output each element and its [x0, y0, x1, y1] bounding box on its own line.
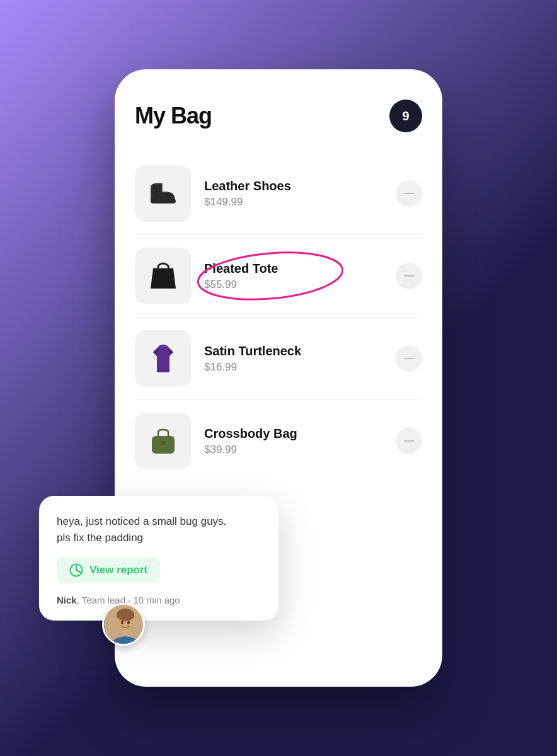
- minus-icon: [404, 193, 414, 194]
- remove-button-crossbody-bag[interactable]: [396, 428, 422, 454]
- shirt-icon: [144, 340, 182, 377]
- item-name: Satin Turtleneck: [204, 344, 396, 358]
- item-info-crossbody-bag: Crossbody Bag $39.99: [204, 427, 396, 456]
- item-name: Leather Shoes: [204, 179, 396, 193]
- product-image-crossbody-bag: [135, 413, 192, 469]
- product-image-pleated-tote: [135, 248, 192, 304]
- item-name: Pleated Tote: [204, 261, 396, 276]
- page-title: My Bag: [135, 103, 212, 129]
- svg-rect-5: [161, 441, 166, 445]
- svg-point-1: [151, 190, 153, 193]
- svg-point-11: [127, 621, 130, 624]
- author-role-separator: ,: [77, 595, 82, 605]
- svg-point-2: [151, 194, 153, 198]
- remove-button-pleated-tote[interactable]: [396, 263, 422, 289]
- svg-point-0: [151, 185, 153, 189]
- table-row: Crossbody Bag $39.99: [135, 400, 422, 482]
- minus-icon: [404, 440, 414, 442]
- minus-icon: [404, 275, 414, 277]
- item-price: $55.99: [204, 278, 396, 291]
- minus-icon: [404, 358, 414, 359]
- phone-header: My Bag 9: [135, 100, 422, 132]
- table-row: Leather Shoes $149.99: [135, 152, 422, 235]
- table-row: Pleated Tote $55.99: [135, 235, 422, 318]
- boot-icon: [144, 175, 182, 212]
- item-price: $16.99: [204, 361, 396, 374]
- product-image-leather-shoes: [135, 165, 192, 222]
- remove-button-leather-shoes[interactable]: [396, 180, 422, 207]
- feedback-message: heya, just noticed a small bug guys. pls…: [57, 513, 261, 546]
- item-price: $39.99: [204, 444, 396, 456]
- item-info-leather-shoes: Leather Shoes $149.99: [204, 179, 396, 209]
- feedback-author: Nick, Team lead · 10 min ago: [57, 595, 261, 605]
- table-row: Satin Turtleneck $16.99: [135, 318, 422, 400]
- svg-point-10: [121, 621, 123, 624]
- items-list: Leather Shoes $149.99: [135, 152, 422, 482]
- item-info-satin-turtleneck: Satin Turtleneck $16.99: [204, 344, 396, 374]
- item-price: $149.99: [204, 196, 396, 209]
- remove-button-satin-turtleneck[interactable]: [396, 345, 422, 372]
- timestamp: 10 min ago: [134, 595, 180, 605]
- feedback-card: heya, just noticed a small bug guys. pls…: [39, 496, 278, 621]
- view-report-button[interactable]: View report: [57, 557, 160, 583]
- item-name: Crossbody Bag: [204, 427, 396, 441]
- report-icon: [69, 563, 83, 577]
- phone-wrapper: My Bag 9 Leather Shoes $149.9: [102, 47, 455, 709]
- product-image-satin-turtleneck: [135, 330, 192, 387]
- avatar: [102, 603, 145, 646]
- author-name: Nick: [57, 595, 77, 605]
- tote-icon: [144, 257, 182, 295]
- item-count-badge: 9: [389, 100, 422, 132]
- item-info-pleated-tote: Pleated Tote $55.99: [204, 261, 396, 291]
- view-report-label: View report: [89, 564, 147, 576]
- crossbody-icon: [144, 422, 182, 460]
